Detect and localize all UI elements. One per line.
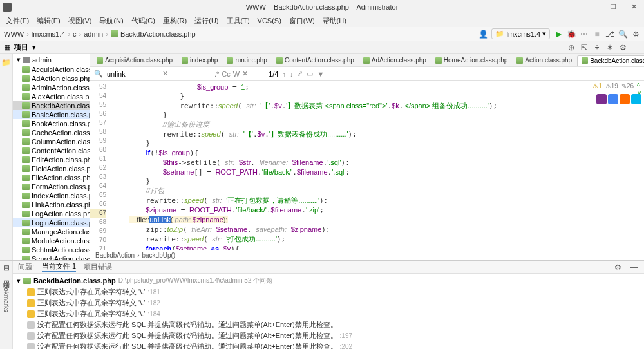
words-icon[interactable]: W (233, 70, 240, 78)
tree-file-item[interactable]: ModuleAction.class.p (13, 236, 90, 245)
issue-row[interactable]: 正则表达式中存在冗余字符转义 '\.':182 (13, 297, 644, 308)
case-icon[interactable]: Cc (222, 70, 230, 78)
tree-folder-admin[interactable]: ▾ admin (13, 54, 90, 65)
prev-match-icon[interactable]: ↑ (282, 70, 286, 78)
breadcrumb-segment[interactable]: WWW (4, 30, 24, 38)
tab-project-errors[interactable]: 项目错误 (84, 262, 112, 272)
stop-button[interactable]: ■ (592, 30, 601, 39)
menu-item[interactable]: 工具(T) (223, 15, 253, 27)
editor-tab[interactable]: BackdbAction.class.php (577, 55, 644, 66)
breadcrumb-segment[interactable]: admin (84, 30, 103, 38)
tree-file-item[interactable]: CacheAction.class.ph (13, 128, 90, 137)
run-button[interactable]: ▶ (554, 30, 563, 39)
project-tool-icon[interactable]: ▦ (4, 43, 10, 52)
expand-all-icon[interactable]: ⇱ (580, 43, 589, 52)
vcs-branch-icon[interactable]: ⎇ (605, 30, 614, 39)
menu-item[interactable]: 文件(F) (3, 15, 32, 27)
settings-icon[interactable]: ⚙ (631, 30, 640, 39)
browser-preview-icons[interactable] (596, 94, 641, 104)
tree-file-item[interactable]: LoginAction.class.php (13, 218, 90, 227)
minimize-button[interactable]: — (585, 3, 600, 11)
tab-current-file[interactable]: 当前文件 1 (42, 261, 76, 272)
collapse-icon[interactable]: ✶ (605, 43, 614, 52)
panel-settings-icon[interactable]: ⚙ (613, 263, 622, 272)
select-all-icon[interactable]: ⤢ (297, 70, 303, 78)
tab-problems[interactable]: 问题: (18, 262, 34, 272)
debug-button[interactable]: 🐞 (567, 30, 576, 39)
tree-file-item[interactable]: AdAction.class.php (13, 74, 90, 83)
collapse-all-icon[interactable]: ⊟ (2, 263, 11, 272)
next-match-icon[interactable]: ↓ (290, 70, 294, 78)
tree-file-item[interactable]: EditAction.class.php (13, 155, 90, 164)
menu-item[interactable]: 重构(R) (160, 15, 190, 27)
more-run-icon[interactable]: ⋯ (580, 30, 589, 39)
line-gutter[interactable]: 5354555657585960616263646566676869707172… (90, 81, 109, 250)
settings2-icon[interactable]: ⚙ (618, 43, 627, 52)
issue-row[interactable]: 没有配置任何数据源来运行此 SQL 并提供高级代码辅助。通过问题菜单(Alt+E… (13, 341, 644, 349)
hide-icon[interactable]: — (631, 43, 640, 52)
menu-item[interactable]: 运行(U) (191, 15, 222, 27)
regex-icon[interactable]: .* (214, 70, 219, 78)
issue-row[interactable]: 正则表达式中存在冗余字符转义 '\.':184 (13, 308, 644, 319)
panel-hide-icon[interactable]: — (630, 263, 639, 272)
menu-item[interactable]: 导航(N) (96, 15, 126, 27)
tree-file-item[interactable]: FieldAction.class.php (13, 164, 90, 173)
tree-file-item[interactable]: BasicAction.class.php (13, 110, 90, 119)
run-config-dropdown[interactable]: 📁lmxcms1.4▾ (491, 28, 550, 39)
project-tool-button[interactable]: 📁 (2, 58, 11, 67)
menu-item[interactable]: VCS(S) (254, 15, 285, 26)
close-find-icon[interactable]: ✕ (242, 70, 248, 78)
editor-tab[interactable]: AdAction.class.php (359, 55, 430, 65)
issue-row[interactable]: 没有配置任何数据源来运行此 SQL 并提供高级代码辅助。通过问题菜单(Alt+E… (13, 319, 644, 330)
user-icon[interactable]: 👤 (478, 30, 488, 39)
tree-file-item[interactable]: SearchAction.class.ph (13, 254, 90, 260)
menu-item[interactable]: 窗口(W) (286, 15, 318, 27)
menu-item[interactable]: 帮助(H) (319, 15, 350, 27)
project-tree[interactable]: ▾ admin AcquisiAction.class.phAdAction.c… (13, 54, 90, 260)
tree-file-item[interactable]: AjaxAction.class.php (13, 92, 90, 101)
editor-tab[interactable]: HomeAction.class.php (431, 55, 512, 65)
bookmarks-tool-button[interactable]: Bookmarks (3, 280, 10, 312)
tree-file-item[interactable]: AcquisiAction.class.ph (13, 65, 90, 74)
in-selection-icon[interactable]: ▭ (307, 70, 313, 78)
structure-breadcrumb[interactable]: BackdbAction›backdbUp() (90, 250, 644, 260)
tree-file-item[interactable]: IndexAction.class.php (13, 191, 90, 200)
project-label[interactable]: 项目 (14, 42, 28, 52)
menu-item[interactable]: 编辑(E) (33, 15, 64, 27)
issue-file-header[interactable]: ▾ BackdbAction.class.php D:\phpstudy_pro… (13, 275, 644, 287)
breadcrumb-segment[interactable]: BackdbAction.class.php (111, 30, 196, 38)
filter-icon[interactable]: ▼ (317, 70, 324, 78)
menu-item[interactable]: 视图(V) (65, 15, 95, 27)
breadcrumb[interactable]: WWW›lmxcms1.4›c›admin›BackdbAction.class… (4, 30, 196, 38)
tree-file-item[interactable]: BookAction.class.php (13, 119, 90, 128)
divide-icon[interactable]: ÷ (592, 43, 601, 52)
tree-file-item[interactable]: FormAction.class.php (13, 182, 90, 191)
issue-row[interactable]: 没有配置任何数据源来运行此 SQL 并提供高级代码辅助。通过问题菜单(Alt+E… (13, 330, 644, 341)
tree-file-item[interactable]: FileAction.class.php (13, 173, 90, 182)
find-input[interactable] (107, 70, 158, 78)
tree-file-item[interactable]: AdminAction.class.ph (13, 83, 90, 92)
breadcrumb-segment[interactable]: c (73, 30, 77, 38)
editor-tab[interactable]: Action.class.php (513, 55, 576, 65)
editor-tab[interactable]: ContentAction.class.php (272, 55, 358, 65)
tree-file-item[interactable]: LogAction.class.php (13, 209, 90, 218)
tree-file-item[interactable]: SchtmlAction.class.p (13, 245, 90, 254)
tree-file-item[interactable]: ContentAction.class.p (13, 146, 90, 155)
project-dropdown-icon[interactable]: ▾ (32, 43, 36, 52)
tree-file-item[interactable]: ColumnAction.class.p (13, 137, 90, 146)
editor-tab[interactable]: index.php (178, 55, 222, 65)
scroll-from-source-icon[interactable]: ⊕ (567, 43, 576, 52)
menu-item[interactable]: 代码(C) (128, 15, 158, 27)
editor-tab[interactable]: run.inc.php (223, 55, 270, 65)
close-button[interactable]: ✕ (626, 3, 641, 11)
tree-file-item[interactable]: BackdbAction.class.p (13, 101, 90, 110)
maximize-button[interactable]: ☐ (605, 3, 621, 11)
clear-icon[interactable]: ✕ (162, 70, 168, 78)
tree-file-item[interactable]: LinkAction.class.php (13, 200, 90, 209)
issue-row[interactable]: 正则表达式中存在冗余字符转义 '\.':181 (13, 287, 644, 297)
tree-file-item[interactable]: ManageAction.class.p (13, 227, 90, 236)
code-editor[interactable]: 5354555657585960616263646566676869707172… (90, 81, 644, 250)
code-body[interactable]: $is_group = 1; } rewrite::speed( str: '【… (109, 81, 644, 250)
search-everywhere-icon[interactable]: 🔍 (618, 30, 627, 39)
editor-tab[interactable]: AcquisiAction.class.php (93, 55, 176, 65)
